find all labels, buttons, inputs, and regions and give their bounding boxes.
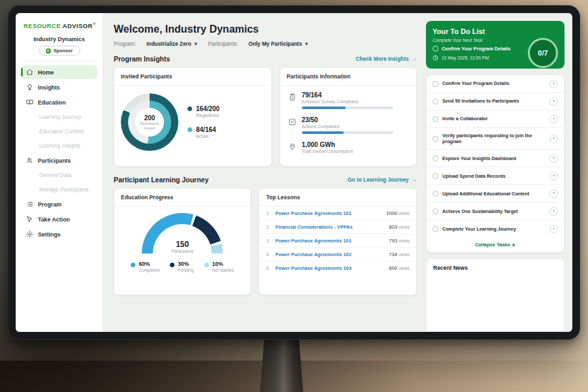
stat-value: 23/50 (302, 116, 393, 123)
todo-next-task[interactable]: Confirm Your Program Details (433, 46, 524, 52)
sidebar-item-learning-insights[interactable]: Learning Insights (21, 139, 97, 152)
task-checkbox[interactable] (433, 191, 438, 197)
sidebar-divider (22, 61, 96, 61)
gear-icon (26, 231, 33, 238)
lesson-views: 600 (389, 265, 397, 271)
task-row[interactable]: Complete Your Learning Journey › (427, 220, 564, 237)
chevron-right-icon[interactable]: › (549, 97, 558, 106)
legend-label: Registered (196, 112, 220, 118)
monitor-bezel: RESOURCE ADVISOR+ Industry Dynamics Spon… (8, 5, 580, 340)
program-select[interactable]: Industrialize Zero ∨ (146, 41, 197, 47)
sidebar-item-label: Learning Journey (39, 114, 81, 120)
stat-label: Emission Survey Completed (302, 99, 393, 104)
sidebar-item-education[interactable]: Education (21, 95, 97, 109)
checkbox-circle-icon[interactable] (433, 46, 438, 52)
task-label: Upload Spend Data Records (442, 173, 546, 180)
arrow-right-icon: → (412, 56, 417, 62)
task-row[interactable]: Upload Additional Educational Content › (427, 185, 564, 203)
task-checkbox[interactable] (433, 136, 438, 142)
chevron-right-icon[interactable]: › (549, 189, 558, 198)
sidebar-item-participants[interactable]: Participants (21, 154, 97, 167)
task-checkbox[interactable] (433, 226, 438, 232)
task-checkbox[interactable] (433, 173, 438, 179)
education-card-body: 150 Participants 60% C (114, 206, 250, 279)
chevron-right-icon[interactable]: › (549, 135, 558, 143)
legend-dot (170, 263, 174, 267)
task-checkbox[interactable] (433, 208, 438, 214)
lesson-row[interactable]: 5 Power Purchase Agreements 103 600 view… (259, 261, 416, 274)
photo-background: RESOURCE ADVISOR+ Industry Dynamics Spon… (0, 0, 588, 392)
sidebar-item-manage-participants[interactable]: Manage Participants (21, 183, 97, 196)
legend-dot (188, 106, 192, 111)
collapse-tasks-link[interactable]: Collapse Tasks ∧ (427, 237, 564, 252)
program-filter-label: Program: (114, 41, 136, 47)
sidebar-item-home[interactable]: Home (21, 65, 97, 79)
chevron-right-icon[interactable]: › (549, 225, 558, 233)
app-logo: RESOURCE ADVISOR+ (21, 20, 97, 33)
org-name: Industry Dynamics (21, 36, 97, 42)
lesson-row[interactable]: 1 Power Purchase Agreements 101 1000 vie… (259, 206, 416, 220)
task-label: Complete Your Learning Journey (442, 226, 546, 233)
task-label: Achieve One Sustainability Target (442, 208, 546, 215)
task-row[interactable]: Upload Spend Data Records › (427, 167, 564, 185)
insights-card-row: Invited Participants 200 Participants In… (114, 67, 417, 167)
sidebar-item-education-content[interactable]: Education Content (21, 125, 97, 138)
lesson-rank: 2 (266, 225, 270, 229)
task-row[interactable]: Achieve One Sustainability Target › (427, 203, 564, 220)
lesson-title-link[interactable]: Power Purchase Agreements 101 (275, 210, 382, 216)
progress-bar (302, 131, 393, 134)
lesson-views: 734 (389, 252, 397, 257)
todo-task-list: Confirm Your Program Details › Send 50 I… (426, 74, 564, 253)
task-row[interactable]: Verify participants requesting to join t… (427, 128, 564, 150)
task-checkbox[interactable] (433, 155, 438, 161)
clock-icon (433, 55, 438, 61)
card-title: Participants Information (280, 68, 416, 86)
task-checkbox[interactable] (433, 99, 438, 105)
sponsor-badge[interactable]: Sponsor (39, 46, 80, 56)
sidebar-item-settings[interactable]: Settings (21, 227, 97, 241)
todo-next-task-label: Confirm Your Program Details (442, 46, 510, 52)
task-row[interactable]: Invite a Collaborator › (427, 110, 564, 128)
lesson-row[interactable]: 3 Power Purchase Agreements 101 793 view… (259, 234, 416, 248)
sidebar-item-label: Insights (38, 84, 60, 91)
donut-center-value: 200 (144, 114, 155, 122)
lesson-title-link[interactable]: Power Purchase Agreements 101 (275, 238, 384, 244)
legend-value: 84/164 (196, 126, 216, 133)
sidebar-item-program[interactable]: Program (21, 197, 97, 211)
chevron-right-icon[interactable]: › (549, 80, 558, 88)
education-progress-card: Education Progress 150 Participants (114, 188, 251, 295)
participants-filter-label: Participants: (208, 41, 238, 47)
go-to-learning-journey-link[interactable]: Go to Learning Journey → (348, 176, 417, 183)
sidebar-item-learning-journey[interactable]: Learning Journey (21, 110, 97, 123)
check-more-insights-link[interactable]: Check More Insights → (356, 56, 417, 62)
lesson-title-link[interactable]: Power Purchase Agreements 103 (275, 265, 384, 271)
legend-label: Active (196, 133, 216, 139)
insights-icon (26, 84, 33, 91)
legend-item-active: 84/164 Active (188, 126, 220, 139)
task-row[interactable]: Explore Your Insights Dashboard › (427, 150, 564, 167)
task-row[interactable]: Send 50 Invitations to Participants › (427, 93, 564, 110)
chevron-right-icon[interactable]: › (549, 207, 558, 216)
chevron-right-icon[interactable]: › (549, 172, 558, 180)
sidebar-item-take-action[interactable]: Take Action (21, 212, 97, 226)
lesson-title-link[interactable]: Power Purchase Agreements 102 (275, 252, 384, 257)
chevron-right-icon[interactable]: › (549, 154, 558, 163)
sidebar-item-insights[interactable]: Insights (21, 80, 97, 94)
sidebar-item-general-data[interactable]: General Data (21, 169, 97, 182)
task-label: Invite a Collaborator (442, 116, 546, 122)
lesson-row[interactable]: 2 Financial Considerations - VPPAs 803 v… (259, 220, 416, 234)
legend-item-pending: 30% Pending (170, 261, 193, 272)
lesson-title-link[interactable]: Financial Considerations - VPPAs (275, 224, 384, 230)
task-checkbox[interactable] (433, 81, 438, 87)
task-checkbox[interactable] (433, 116, 438, 122)
chevron-right-icon[interactable]: › (549, 115, 558, 123)
sidebar-item-label: Manage Participants (39, 186, 89, 193)
participants-select[interactable]: Only My Participants ∨ (248, 41, 308, 47)
task-label: Verify participants requesting to join t… (442, 133, 546, 145)
legend-dot (131, 263, 135, 267)
task-row[interactable]: Confirm Your Program Details › (427, 75, 564, 93)
lesson-row[interactable]: 4 Power Purchase Agreements 102 734 view… (259, 248, 416, 261)
dashboard-screen: RESOURCE ADVISOR+ Industry Dynamics Spon… (16, 13, 572, 332)
program-insights-header: Program Insights Check More Insights → (114, 55, 417, 63)
arrow-right-icon: → (412, 176, 417, 183)
